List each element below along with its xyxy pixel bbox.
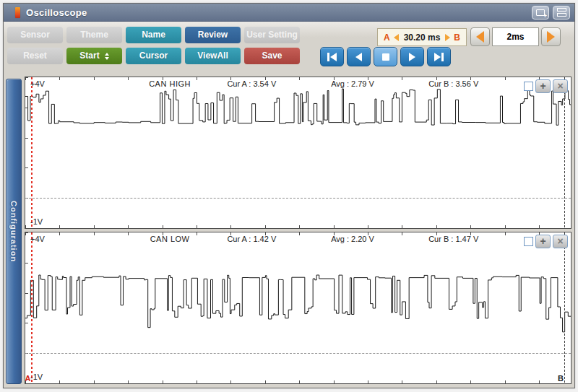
- configuration-tab-label: Configuration: [9, 201, 18, 262]
- cursor-b-right-arrow-icon[interactable]: [445, 34, 450, 41]
- new-window-button[interactable]: [532, 6, 549, 19]
- user-setting-button[interactable]: User Setting: [244, 27, 300, 43]
- avg-readout: Avg : 2.79 V: [331, 79, 374, 88]
- window-title: Oscilloscope: [26, 7, 87, 18]
- channel-select-checkbox[interactable]: [524, 237, 533, 246]
- cursor-a-line[interactable]: [31, 232, 33, 383]
- cursor-b-line[interactable]: [564, 77, 565, 228]
- vmin-label: -1V: [30, 217, 43, 226]
- transport-controls: [320, 47, 451, 66]
- skip-to-start-icon: [327, 53, 329, 61]
- voltage-ticks-left: [25, 77, 28, 228]
- configuration-tab[interactable]: Configuration: [6, 79, 22, 384]
- can-low-waveform-trace: [25, 232, 571, 383]
- arrow-right-icon: [547, 31, 555, 43]
- cursor-a-left-arrow-icon[interactable]: [394, 34, 399, 41]
- zero-volt-gridline: [25, 353, 571, 354]
- vmin-label: -1V: [30, 373, 43, 381]
- stop-icon: [382, 53, 389, 61]
- panel-header: +4V CAN LOW Cur A : 1.42 V Avg : 2.20 V …: [25, 235, 571, 245]
- start-button[interactable]: Start: [66, 48, 122, 64]
- channel-title: CAN LOW: [150, 235, 190, 243]
- expand-channel-button[interactable]: [535, 235, 551, 248]
- review-button[interactable]: Review: [185, 27, 241, 43]
- step-forward-button[interactable]: [400, 47, 424, 66]
- step-back-icon: [355, 53, 362, 61]
- can-high-waveform-trace: [25, 77, 571, 228]
- panel-controls: [524, 79, 568, 93]
- timebase-decrease-button[interactable]: [470, 27, 490, 46]
- save-button[interactable]: Save: [244, 48, 300, 64]
- cursor-a-readout: Cur A : 3.54 V: [227, 79, 276, 88]
- close-channel-button[interactable]: [553, 79, 568, 93]
- step-back-button[interactable]: [347, 47, 371, 66]
- time-ticks-bottom: [25, 380, 571, 383]
- marker-b: B: [558, 375, 564, 383]
- name-button[interactable]: Name: [126, 27, 181, 43]
- skip-to-start-button[interactable]: [320, 47, 344, 66]
- tile-windows-button[interactable]: [553, 6, 570, 19]
- skip-to-end-button[interactable]: [427, 47, 451, 66]
- cursor-a-readout: Cur A : 1.42 V: [227, 235, 276, 243]
- toolbar: Sensor Theme Name Review User Setting Re…: [4, 22, 574, 74]
- cursor-a-label: A: [384, 32, 390, 43]
- voltage-ticks-left: [25, 232, 28, 383]
- channel-title: CAN HIGH: [149, 79, 191, 88]
- toolbar-row-2: Reset Start Cursor ViewAll Save: [7, 48, 574, 64]
- cursor-button[interactable]: Cursor: [126, 48, 181, 64]
- waveform-panels: +4V CAN HIGH Cur A : 3.54 V Avg : 2.79 V…: [25, 77, 571, 384]
- title-bar: Oscilloscope: [4, 4, 574, 22]
- cursor-b-label: B: [454, 32, 460, 43]
- panel-controls: [524, 235, 568, 248]
- expand-channel-button[interactable]: [535, 79, 551, 93]
- viewall-button[interactable]: ViewAll: [185, 48, 241, 64]
- time-ticks-bottom: [25, 225, 571, 228]
- cursor-b-line[interactable]: [564, 232, 565, 383]
- cursor-delta-value: 30.20 ms: [402, 32, 442, 43]
- cursor-b-readout: Cur B : 3.56 V: [428, 79, 478, 88]
- oscilloscope-window: Oscilloscope Sensor Theme Name Review Us…: [3, 3, 575, 388]
- app-icon: [15, 7, 20, 18]
- step-forward-icon: [409, 53, 415, 61]
- cursor-time-readout: A 30.20 ms B: [377, 28, 467, 46]
- main-area: Configuration +4V CAN HIGH Cur A : 3.54 …: [4, 75, 574, 387]
- marker-a: A: [25, 375, 31, 383]
- panel-header: +4V CAN HIGH Cur A : 3.54 V Avg : 2.79 V…: [25, 79, 571, 90]
- tile-windows-icon: [557, 8, 566, 17]
- waveform-panel-can-high: +4V CAN HIGH Cur A : 3.54 V Avg : 2.79 V…: [25, 77, 571, 229]
- channel-select-checkbox[interactable]: [524, 82, 533, 91]
- avg-readout: Avg : 2.20 V: [331, 235, 374, 243]
- vmax-label: +4V: [30, 235, 45, 243]
- zero-volt-gridline: [25, 198, 571, 199]
- new-window-icon: [536, 9, 545, 16]
- timebase-increase-button[interactable]: [541, 27, 561, 46]
- close-channel-button[interactable]: [553, 235, 568, 248]
- waveform-panel-can-low: +4V CAN LOW Cur A : 1.42 V Avg : 2.20 V …: [25, 232, 571, 384]
- sensor-button[interactable]: Sensor: [7, 27, 63, 43]
- timebase-value: 2ms: [492, 27, 539, 46]
- arrow-left-icon: [476, 31, 484, 43]
- skip-to-end-icon: [434, 53, 441, 61]
- cursor-b-readout: Cur B : 1.47 V: [428, 235, 478, 243]
- start-spinner-icon[interactable]: [105, 53, 109, 60]
- reset-button[interactable]: Reset: [7, 48, 63, 64]
- stop-button[interactable]: [374, 47, 397, 66]
- theme-button[interactable]: Theme: [66, 27, 122, 43]
- cursor-a-line[interactable]: [31, 77, 33, 228]
- vmax-label: +4V: [30, 79, 45, 88]
